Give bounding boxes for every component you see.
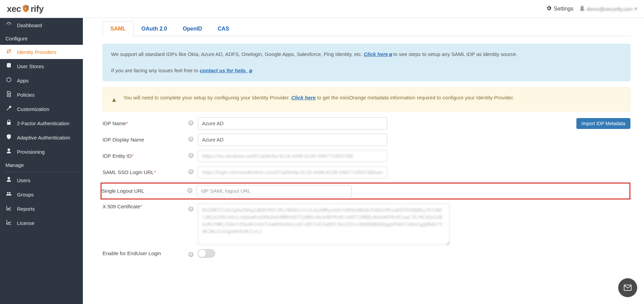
sidebar-item-user-stores[interactable]: User Stores (0, 59, 83, 73)
sidebar-label: Apps (17, 78, 29, 83)
form-row-sso-url: SAML SSO Login URL* ⓘ (103, 166, 630, 178)
sidebar-label: Dashboard (17, 22, 42, 28)
label-enable: Enable for EndUser Login (103, 250, 184, 256)
sidebar-item-2fa[interactable]: 2-Factor Authentication (0, 116, 83, 130)
warning-icon: ▲ (111, 95, 117, 105)
topbar: xec rify Settings demo@xecurify.com ▾ (0, 0, 644, 18)
sidebar-item-users[interactable]: Users (0, 173, 83, 187)
dashboard-icon (5, 21, 12, 29)
info-icon[interactable]: ⓘ (187, 206, 194, 212)
sidebar-label: License (17, 220, 35, 226)
main-content: SAML OAuth 2.0 OpenID CAS We support all… (83, 18, 644, 304)
sidebar-item-reports[interactable]: Reports (0, 202, 83, 216)
toggle-enable[interactable] (198, 249, 215, 258)
info-text: If you are facing any issues feel free t… (111, 68, 200, 73)
label-sso-url: SAML SSO Login URL* (103, 169, 184, 175)
click-here-link[interactable]: Click here⧉ (364, 51, 392, 57)
user-menu[interactable]: demo@xecurify.com ▾ (579, 6, 637, 12)
sidebar-item-apps[interactable]: Apps (0, 73, 83, 88)
settings-label: Settings (554, 6, 573, 12)
info-icon[interactable]: ⓘ (187, 120, 194, 126)
label-entity-id: IDP Entity ID* (103, 153, 184, 159)
label-cert: X.509 Certificate* (103, 204, 184, 209)
external-link-icon: ⧉ (249, 69, 252, 73)
sidebar-item-dashboard[interactable]: Dashboard (0, 18, 83, 32)
logo-text-right: rify (31, 4, 43, 14)
sidebar-label: User Stores (17, 63, 44, 69)
sidebar-divider (4, 172, 79, 172)
logo-text-left: xec (7, 4, 21, 14)
input-idp-display[interactable] (198, 134, 387, 146)
label-idp-display: IDP Display Name (103, 137, 184, 142)
info-icon[interactable]: ⓘ (187, 136, 194, 142)
label-slo-url: Single Logout URL (102, 188, 183, 194)
user-icon (5, 176, 12, 184)
sidebar-item-provisioning[interactable]: Provisioning (0, 145, 83, 159)
shield-icon (5, 134, 12, 141)
top-right: Settings demo@xecurify.com ▾ (546, 5, 637, 13)
external-link-icon: ⧉ (389, 52, 392, 57)
sidebar-label: Reports (17, 206, 35, 212)
info-icon[interactable]: ⓘ (187, 252, 194, 258)
shield-icon (21, 4, 30, 14)
tab-openid[interactable]: OpenID (175, 21, 210, 36)
form-row-slo-url: Single Logout URL ⓘ (101, 183, 630, 200)
chart-icon (5, 205, 12, 212)
input-slo-url[interactable] (197, 185, 352, 197)
sidebar-item-groups[interactable]: Groups (0, 187, 83, 202)
tab-cas[interactable]: CAS (210, 21, 237, 36)
sidebar-item-adaptive-auth[interactable]: Adaptive Authentication (0, 130, 83, 145)
info-icon[interactable]: ⓘ (186, 188, 193, 194)
info-icon[interactable]: ⓘ (187, 169, 194, 175)
user-email: demo@xecurify.com (587, 6, 633, 12)
import-metadata-button[interactable]: Import IDP Metadata (576, 118, 630, 129)
tab-saml[interactable]: SAML (103, 21, 133, 36)
sidebar-label: Provisioning (17, 149, 45, 155)
settings-link[interactable]: Settings (546, 5, 573, 13)
sidebar-item-identity-providers[interactable]: Identity Providers (0, 45, 83, 59)
wrench-icon (5, 105, 12, 113)
contact-us-link[interactable]: contact us for help. ⧉ (200, 68, 252, 73)
sidebar-label: Policies (17, 92, 35, 98)
gear-icon (546, 5, 552, 13)
sidebar-heading-configure: Configure (0, 32, 83, 45)
lock-icon (5, 119, 12, 127)
user-icon (579, 6, 585, 12)
textarea-cert[interactable]: MIIDBTCCAe2gAwIBAgIQKDCPGtJRsJBADCvtnJLE… (198, 204, 450, 245)
sidebar-label: Identity Providers (17, 49, 56, 55)
sidebar-label: Customization (17, 106, 49, 112)
tab-oauth[interactable]: OAuth 2.0 (133, 21, 175, 36)
warn-text: to get the miniOrange metadata informati… (317, 95, 514, 100)
sidebar-label: 2-Factor Authentication (17, 120, 69, 126)
exchange-icon (5, 48, 12, 56)
warning-alert: ▲ You will need to complete your setup b… (103, 87, 630, 111)
form-row-idp-display: IDP Display Name ⓘ (103, 134, 630, 146)
info-icon[interactable]: ⓘ (187, 153, 194, 159)
mail-icon (623, 283, 632, 292)
database-icon (5, 62, 12, 70)
users-icon (5, 191, 12, 198)
click-here-link[interactable]: Click here (291, 95, 316, 100)
sidebar-label: Users (17, 177, 30, 183)
sidebar-label: Adaptive Authentication (17, 135, 70, 140)
sidebar-item-policies[interactable]: Policies (0, 88, 83, 102)
logo[interactable]: xec rify (7, 4, 43, 14)
sidebar-label: Groups (17, 192, 34, 197)
sidebar: Dashboard Configure Identity Providers U… (0, 18, 83, 304)
file-icon (5, 91, 12, 98)
cube-icon (5, 77, 12, 84)
info-alert: We support all standard IDPs like Okta, … (103, 44, 630, 81)
form-row-enable: Enable for EndUser Login ⓘ (103, 249, 630, 258)
sidebar-item-license[interactable]: License (0, 216, 83, 230)
caret-down-icon: ▾ (634, 6, 637, 12)
input-idp-name[interactable] (198, 117, 387, 130)
sidebar-item-customization[interactable]: Customization (0, 102, 83, 116)
toggle-knob (198, 250, 206, 257)
input-sso-url[interactable] (198, 166, 387, 178)
svg-rect-1 (624, 285, 631, 290)
mail-fab[interactable] (618, 278, 637, 297)
user-icon (5, 148, 12, 155)
sidebar-heading-manage: Manage (0, 159, 83, 171)
info-text: We support all standard IDPs like Okta, … (111, 51, 364, 57)
input-entity-id[interactable] (198, 150, 387, 162)
